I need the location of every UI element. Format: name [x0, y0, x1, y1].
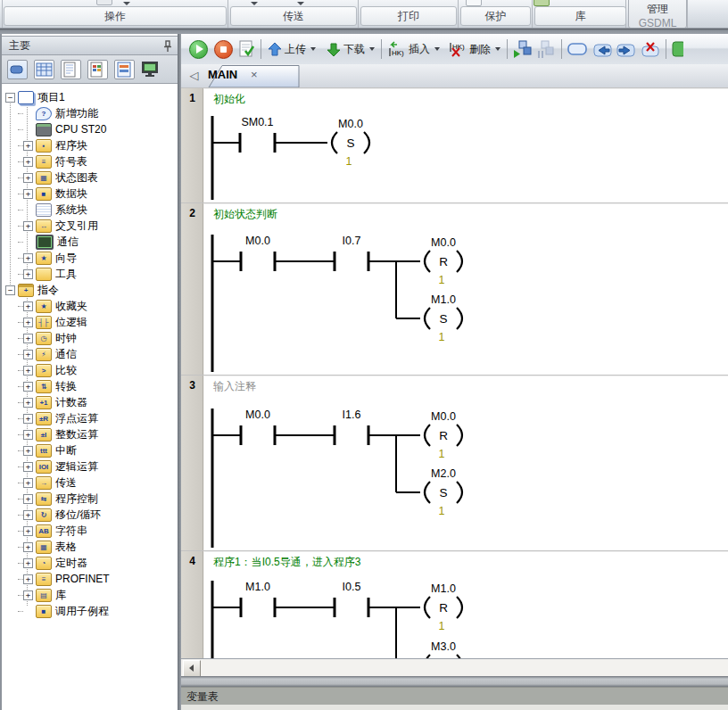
tree-item[interactable]: +▤库: [2, 587, 179, 603]
stop-icon[interactable]: [214, 40, 233, 59]
tree-expander[interactable]: +: [23, 366, 33, 376]
tree-item[interactable]: +⚡通信: [2, 346, 179, 362]
program-status-icon[interactable]: [512, 39, 533, 59]
chevron-down-icon[interactable]: [297, 2, 304, 5]
network-content[interactable]: 输入注释M0.0I1.6RM0.01SM2.01: [204, 376, 728, 550]
chevron-down-icon[interactable]: [310, 47, 316, 51]
scroll-left-icon[interactable]: [183, 660, 201, 677]
pause-status-icon[interactable]: [536, 39, 557, 59]
tree-item[interactable]: +■数据块: [2, 186, 179, 202]
compile-icon[interactable]: [238, 40, 256, 58]
tree-item[interactable]: +±R浮点运算: [2, 410, 179, 426]
tree-expander[interactable]: +: [23, 141, 33, 151]
tab-close-icon[interactable]: ×: [251, 68, 258, 81]
tree-item[interactable]: ?新增功能: [2, 105, 179, 121]
gsdml-manage-button[interactable]: 管理 GSDML: [628, 0, 687, 29]
ladder-svg[interactable]: M1.0I0.5RM1.01M3.0: [204, 551, 727, 658]
tree-item[interactable]: CPU ST20: [2, 121, 179, 137]
tree-expander[interactable]: +: [23, 574, 33, 584]
chevron-down-icon[interactable]: [495, 47, 500, 51]
tree-item[interactable]: 通信: [2, 234, 179, 250]
bookmark-icon[interactable]: [567, 41, 588, 57]
communication-view-icon[interactable]: [141, 61, 160, 78]
tree-expander[interactable]: +: [23, 221, 33, 231]
tree-item[interactable]: +→传送: [2, 475, 179, 491]
variable-table-panel-header[interactable]: 变量表: [181, 687, 728, 705]
tree-expander[interactable]: +: [23, 526, 33, 536]
cross-reference-view-icon[interactable]: [114, 60, 135, 79]
tab-scroll-left-icon[interactable]: ◁: [186, 68, 202, 83]
tree-item[interactable]: +≡符号表: [2, 153, 179, 169]
ladder-svg[interactable]: M0.0I0.7RM0.01SM1.01: [204, 203, 727, 375]
tree-expander[interactable]: +: [23, 173, 33, 183]
tree-item[interactable]: +IOI逻辑运算: [2, 458, 179, 475]
chevron-down-icon[interactable]: [434, 47, 440, 51]
tree-expander[interactable]: +: [23, 590, 33, 600]
project-view-icon[interactable]: [7, 60, 28, 79]
tree-item[interactable]: +AB字符串: [2, 523, 179, 539]
chevron-down-icon[interactable]: [251, 2, 258, 5]
tree-item[interactable]: 系统块: [2, 202, 179, 218]
network-content[interactable]: 初始化SM0.1SM0.01: [204, 88, 728, 202]
tree-expander[interactable]: +: [23, 398, 33, 408]
tree-expander[interactable]: +: [23, 414, 33, 424]
tree-item[interactable]: +★收藏夹: [2, 298, 179, 314]
horizontal-splitter[interactable]: [181, 676, 728, 687]
delete-network-button[interactable]: HK) 删除: [447, 41, 502, 57]
ladder-editor[interactable]: 1初始化SM0.1SM0.012初始状态判断M0.0I0.7RM0.01SM1.…: [181, 87, 728, 658]
tree-expander[interactable]: +: [23, 446, 33, 456]
tree-expander[interactable]: +: [23, 189, 33, 199]
tree-item[interactable]: −项目1: [2, 89, 179, 105]
pin-icon[interactable]: [162, 40, 173, 53]
tree-expander[interactable]: +: [23, 157, 33, 167]
tree-item[interactable]: +┤├位逻辑: [2, 314, 179, 330]
tree-expander[interactable]: +: [23, 334, 33, 343]
tree-expander[interactable]: +: [23, 462, 33, 472]
upload-button[interactable]: 上传: [266, 42, 318, 57]
tree-expander[interactable]: +: [23, 350, 33, 359]
network-content[interactable]: 初始状态判断M0.0I0.7RM0.01SM1.01: [204, 203, 728, 375]
horizontal-scrollbar[interactable]: [181, 658, 728, 677]
tree-expander[interactable]: +: [23, 558, 33, 568]
prev-bookmark-icon[interactable]: [592, 41, 613, 58]
symbol-table-view-icon[interactable]: [34, 60, 54, 79]
tree-item[interactable]: +±I整数运算: [2, 426, 179, 442]
tree-item[interactable]: +▪程序块: [2, 137, 179, 153]
tab-main-label[interactable]: MAIN: [208, 68, 237, 81]
network-2[interactable]: 2初始状态判断M0.0I0.7RM0.01SM1.01: [181, 202, 728, 375]
tree-expander[interactable]: +: [23, 510, 33, 520]
network-3[interactable]: 3输入注释M0.0I1.6RM0.01SM2.01: [181, 375, 728, 550]
run-icon[interactable]: [189, 40, 208, 59]
tree-item[interactable]: +工具: [2, 266, 179, 282]
tree-expander[interactable]: +: [23, 382, 33, 392]
tree-expander[interactable]: +: [23, 478, 33, 488]
next-bookmark-icon[interactable]: [616, 41, 637, 58]
download-button[interactable]: 下载: [325, 42, 376, 57]
tree-expander[interactable]: +: [23, 301, 33, 311]
tree-expander[interactable]: +: [23, 253, 33, 263]
tree-item[interactable]: +▦状态图表: [2, 169, 179, 186]
tree-item[interactable]: +⇆程序控制: [2, 491, 179, 507]
network-1[interactable]: 1初始化SM0.1SM0.01: [181, 87, 728, 202]
data-block-view-icon[interactable]: [87, 60, 108, 79]
status-chart-view-icon[interactable]: [61, 60, 81, 79]
tree-item[interactable]: +◷时钟: [2, 330, 179, 346]
clear-bookmarks-icon[interactable]: [640, 41, 661, 58]
tree-item[interactable]: ■调用子例程: [2, 603, 179, 619]
insert-network-button[interactable]: HK) 插入: [386, 41, 442, 57]
tree-item[interactable]: +▦表格: [2, 539, 179, 555]
tree-item[interactable]: +>比较: [2, 362, 179, 378]
chevron-down-icon[interactable]: [369, 47, 375, 51]
network-content[interactable]: 程序1：当I0.5导通，进入程序3M1.0I0.5RM1.01M3.0: [204, 551, 728, 658]
tree-expander[interactable]: +: [23, 430, 33, 440]
tree-item[interactable]: +★向导: [2, 250, 179, 266]
tree-item[interactable]: +≡PROFINET: [2, 571, 179, 587]
tree-item[interactable]: +⇅转换: [2, 378, 179, 394]
tree-expander[interactable]: +: [23, 494, 33, 504]
tree-item[interactable]: +↻移位/循环: [2, 507, 179, 523]
tree-expander[interactable]: +: [23, 542, 33, 552]
network-4[interactable]: 4程序1：当I0.5导通，进入程序3M1.0I0.5RM1.01M3.0: [181, 550, 728, 658]
tree-item[interactable]: −+指令: [2, 282, 179, 298]
tree-item[interactable]: ++1计数器: [2, 394, 179, 410]
ladder-svg[interactable]: SM0.1SM0.01: [204, 88, 727, 202]
